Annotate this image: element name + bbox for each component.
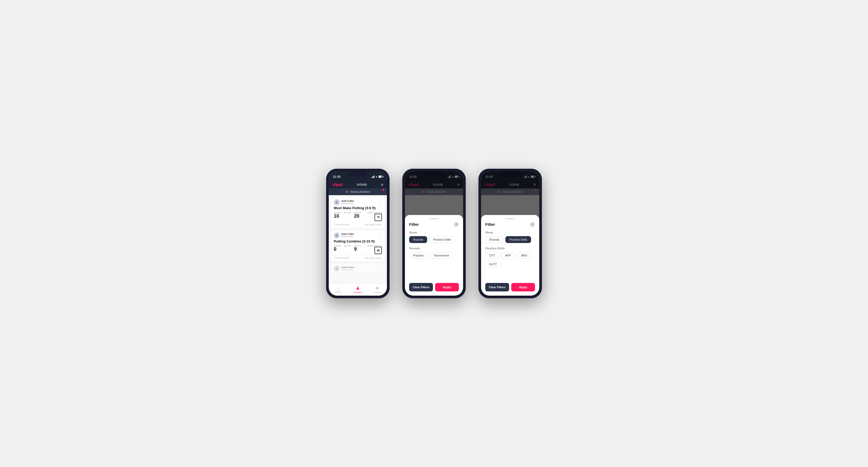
user-name-2: Josh Coles	[341, 233, 354, 235]
more-dots-3[interactable]: ···	[379, 267, 382, 270]
avatar-icon-2	[334, 233, 339, 238]
shot-quality-group-1: Shot Quality 75	[367, 212, 382, 221]
bottom-nav: ⌂ Home ♟ Activities ⊕ Capture	[329, 284, 387, 295]
activity-title-1: Must Make Putting (3-6 ft)	[334, 206, 382, 210]
card-header-3: Josh Coles 28 Feb 2023 ···	[334, 266, 382, 271]
avatar-3	[334, 266, 340, 271]
phone-2: 11:33 ▲ clippd Activity ≡	[402, 169, 466, 298]
activity-title-2: Putting Combine (3-15 ft)	[334, 239, 382, 244]
apply-btn-2[interactable]: Apply	[435, 283, 459, 291]
user-date-3: 28 Feb 2023	[341, 269, 354, 271]
sheet-handle-2	[429, 218, 439, 219]
viewing-bar-wrapper: ⚙ Viewing Activities	[329, 189, 387, 195]
battery-icon	[378, 176, 383, 178]
outof-2: OUT OF	[344, 245, 351, 247]
phones-container: 11:33 ▲ clippd Activity ≡	[326, 169, 542, 298]
wifi-icon: ▲	[375, 175, 378, 178]
card-header-2: Josh Coles 28 Feb 2023 ···	[334, 232, 382, 238]
avatar-2	[334, 232, 340, 238]
more-dots-2[interactable]: ···	[379, 234, 382, 237]
user-details-1: Josh Coles 28 Feb 2023	[341, 200, 354, 205]
putt-btn[interactable]: PUTT	[485, 261, 501, 268]
card-footer-1: ⓘ Test Information Data: Clippd Capture	[334, 222, 382, 226]
nav-item-home[interactable]: ⌂ Home	[329, 286, 348, 293]
shot-quality-badge-2: 45	[374, 247, 382, 254]
apply-btn-3[interactable]: Apply	[511, 283, 535, 291]
shots-value-2: 9	[354, 247, 361, 251]
nav-item-capture[interactable]: ⊕ Capture	[368, 286, 387, 293]
svg-point-0	[336, 201, 338, 202]
user-date-1: 28 Feb 2023	[341, 202, 354, 205]
sheet-handle-3	[505, 218, 515, 219]
avatar-icon-3	[334, 266, 339, 271]
ott-btn[interactable]: OTT	[485, 252, 499, 259]
menu-icon[interactable]: ≡	[381, 183, 383, 187]
score-value-2: 0	[334, 247, 341, 251]
clear-filters-btn-3[interactable]: Clear Filters	[485, 283, 509, 291]
user-details-3: Josh Coles 28 Feb 2023	[341, 266, 354, 271]
show-buttons-2: Rounds Practice Drills	[409, 236, 459, 243]
shots-value-1: 20	[354, 214, 361, 218]
viewing-text: Viewing Activities	[350, 190, 370, 193]
user-name-1: Josh Coles	[341, 200, 354, 202]
shot-quality-label-2: Shot Quality	[367, 245, 382, 247]
data-source-1: Data: Clippd Capture	[365, 224, 382, 225]
user-date-2: 28 Feb 2023	[341, 235, 354, 238]
notification-dot	[382, 189, 384, 191]
svg-point-2	[336, 267, 338, 269]
phone-1: 11:33 ▲ clippd Activity ≡	[326, 169, 390, 298]
card-footer-2: ⓘ Test Information Data: Clippd Capture	[334, 255, 382, 259]
user-info-2: Josh Coles 28 Feb 2023	[334, 232, 354, 238]
home-label: Home	[336, 291, 341, 293]
filter-title-3: Filter	[485, 222, 495, 227]
tournament-btn[interactable]: Tournament	[430, 252, 453, 259]
activities-icon: ♟	[356, 286, 360, 291]
practice-drills-btn-3[interactable]: Practice Drills	[505, 236, 531, 243]
arg-btn[interactable]: ARG	[517, 252, 531, 259]
filter-sheet-2: Filter ✕ Show Rounds Practice Drills Rou…	[405, 215, 463, 296]
clear-filters-btn-2[interactable]: Clear Filters	[409, 283, 433, 291]
score-group-2: Score 0	[334, 245, 341, 251]
data-source-2: Data: Clippd Capture	[365, 257, 382, 259]
user-info-3: Josh Coles 28 Feb 2023	[334, 266, 354, 271]
nav-item-activities[interactable]: ♟ Activities	[348, 286, 367, 293]
activity-card-2: Josh Coles 28 Feb 2023 ··· Putting Combi…	[331, 230, 385, 262]
filter-overlay-3: Filter ✕ Show Rounds Practice Drills Pra…	[481, 172, 539, 295]
test-info-2: ⓘ Test Information	[334, 256, 349, 259]
shot-quality-label-1: Shot Quality	[367, 212, 382, 214]
sheet-actions-3: Clear Filters Apply	[485, 280, 535, 291]
capture-icon: ⊕	[376, 286, 379, 291]
svg-point-1	[336, 234, 338, 235]
rounds-btn-3[interactable]: Rounds	[485, 236, 503, 243]
shots-group-1: Shots 20	[354, 212, 361, 218]
phone-3: 11:33 ▲ clippd Activity ≡	[478, 169, 542, 298]
show-section-2: Show Rounds Practice Drills	[409, 231, 459, 243]
close-button-2[interactable]: ✕	[454, 222, 459, 227]
close-button-3[interactable]: ✕	[530, 222, 535, 227]
test-info-1: ⓘ Test Information	[334, 223, 349, 226]
sheet-header-3: Filter ✕	[485, 222, 535, 227]
score-group-1: Score 10	[334, 212, 341, 218]
sheet-actions-2: Clear Filters Apply	[409, 280, 459, 291]
activity-card-1: Josh Coles 28 Feb 2023 ··· Must Make Put…	[331, 197, 385, 228]
nav-bar: clippd Activity ≡	[329, 181, 387, 189]
show-buttons-3: Rounds Practice Drills	[485, 236, 535, 243]
rounds-btn-2[interactable]: Rounds	[409, 236, 427, 243]
avatar-1	[334, 199, 340, 205]
viewing-bar[interactable]: ⚙ Viewing Activities	[329, 189, 387, 195]
filter-sheet-3: Filter ✕ Show Rounds Practice Drills Pra…	[481, 215, 539, 296]
avatar-icon-1	[334, 199, 339, 205]
filter-overlay-2: Filter ✕ Show Rounds Practice Drills Rou…	[405, 172, 463, 295]
stats-row-1: Score 10 OUT OF Shots 20 Shot Quality 75	[334, 212, 382, 221]
sheet-header-2: Filter ✕	[409, 222, 459, 227]
more-dots-1[interactable]: ···	[379, 200, 382, 204]
filter-title-2: Filter	[409, 222, 419, 227]
shots-group-2: Shots 9	[354, 245, 361, 251]
shot-quality-badge-1: 75	[374, 214, 382, 221]
rounds-section-2: Rounds Practice Tournament	[409, 247, 459, 259]
practice-round-btn[interactable]: Practice	[409, 252, 428, 259]
user-name-3: Josh Coles	[341, 266, 354, 269]
practice-drills-btn-2[interactable]: Practice Drills	[429, 236, 455, 243]
activities-label: Activities	[353, 291, 362, 293]
app-btn[interactable]: APP	[501, 252, 515, 259]
